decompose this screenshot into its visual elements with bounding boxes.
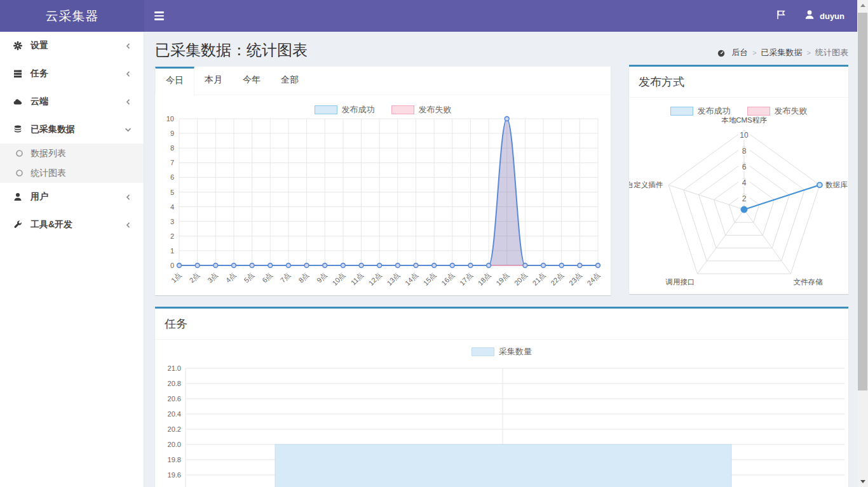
tasks-bar-chart: 21.020.820.620.420.220.019.819.619.4 — [155, 357, 848, 487]
svg-text:21点: 21点 — [531, 271, 547, 286]
tab-今年[interactable]: 今年 — [233, 67, 271, 95]
user-icon — [13, 192, 23, 201]
svg-text:7点: 7点 — [279, 271, 292, 284]
sidebar-submenu: 数据列表统计图表 — [0, 143, 144, 183]
svg-text:7: 7 — [170, 159, 174, 166]
sidebar-item-5[interactable]: 工具&开发 — [0, 211, 144, 239]
svg-text:16点: 16点 — [440, 271, 456, 286]
svg-text:14点: 14点 — [403, 271, 419, 286]
bar-chart-legend: 采集数量 — [155, 346, 848, 357]
legend-swatch — [471, 347, 494, 356]
user-avatar-icon — [804, 11, 815, 22]
sidebar: 设置任务云端已采集数据数据列表统计图表用户工具&开发 — [0, 32, 144, 487]
svg-text:20.0: 20.0 — [168, 441, 181, 448]
svg-text:调用接口: 调用接口 — [665, 278, 695, 286]
svg-text:12点: 12点 — [367, 271, 383, 286]
sidebar-item-0[interactable]: 设置 — [0, 32, 144, 60]
legend-item[interactable]: 发布失败 — [391, 104, 452, 116]
angle-left-icon — [125, 70, 132, 78]
legend-item[interactable]: 发布成功 — [670, 105, 731, 117]
svg-text:20.2: 20.2 — [168, 425, 181, 433]
svg-text:4: 4 — [742, 178, 747, 187]
tab-今日[interactable]: 今日 — [155, 67, 194, 95]
svg-text:10: 10 — [166, 116, 174, 123]
tab-row: 今日本月今年全部 — [155, 67, 611, 95]
scroll-up-icon[interactable] — [857, 0, 868, 11]
svg-text:4: 4 — [170, 203, 174, 211]
svg-text:2点: 2点 — [187, 271, 201, 284]
sidebar-item-label: 工具&开发 — [31, 219, 125, 230]
sidebar-item-4[interactable]: 用户 — [0, 183, 144, 211]
angle-left-icon — [125, 221, 132, 229]
svg-text:9: 9 — [170, 130, 174, 137]
sidebar-item-label: 用户 — [31, 191, 125, 203]
legend-item[interactable]: 发布成功 — [315, 104, 375, 116]
scroll-down-icon[interactable] — [857, 476, 868, 487]
svg-text:1: 1 — [170, 247, 174, 255]
legend-label: 发布失败 — [775, 105, 808, 117]
sidebar-subitem-0[interactable]: 数据列表 — [0, 143, 144, 163]
flag-icon[interactable] — [776, 0, 787, 32]
circle-o-icon — [15, 169, 24, 177]
breadcrumb-item-0[interactable]: 后台 — [731, 47, 748, 58]
svg-text:3: 3 — [170, 218, 174, 225]
legend-item[interactable]: 采集数量 — [471, 346, 532, 357]
line-chart-legend: 发布成功发布失败 — [155, 104, 611, 116]
tasks-panel: 任务 采集数量 21.020.820.620.420.220.019.819.6… — [155, 307, 848, 487]
legend-swatch — [315, 105, 337, 114]
angle-down-icon — [124, 126, 132, 134]
sidebar-subitem-1[interactable]: 统计图表 — [0, 163, 144, 183]
svg-text:4点: 4点 — [224, 271, 238, 284]
app-logo[interactable]: 云采集器 — [0, 0, 144, 32]
wrench-icon — [13, 220, 23, 229]
svg-text:20.4: 20.4 — [168, 410, 181, 418]
radar-legend: 发布成功发布失败 — [629, 105, 848, 117]
svg-text:2: 2 — [170, 232, 174, 240]
svg-text:6: 6 — [170, 173, 174, 181]
sidebar-item-3[interactable]: 已采集数据 — [0, 116, 144, 143]
angle-left-icon — [125, 193, 132, 201]
angle-left-icon — [125, 98, 132, 106]
sidebar-item-2[interactable]: 云端 — [0, 88, 144, 116]
svg-text:11点: 11点 — [349, 271, 365, 286]
svg-text:10: 10 — [740, 131, 749, 140]
username: duyun — [820, 11, 844, 21]
vertical-scrollbar[interactable] — [857, 0, 868, 487]
main-content: 已采集数据：统计图表 后台>已采集数据>统计图表 今日本月今年全部 发布成功发布… — [144, 32, 857, 487]
svg-text:13点: 13点 — [385, 271, 401, 286]
legend-swatch — [670, 107, 693, 116]
svg-text:6: 6 — [742, 163, 747, 171]
svg-text:5点: 5点 — [242, 271, 255, 284]
sidebar-item-1[interactable]: 任务 — [0, 60, 144, 88]
top-navbar: 云采集器 duyun — [0, 0, 857, 32]
svg-text:1点: 1点 — [170, 271, 183, 284]
svg-text:2: 2 — [742, 194, 747, 203]
svg-text:20.8: 20.8 — [168, 380, 181, 387]
svg-text:23点: 23点 — [567, 271, 583, 286]
tasks-icon — [13, 69, 23, 78]
tab-全部[interactable]: 全部 — [271, 67, 309, 95]
angle-left-icon — [125, 42, 132, 50]
sidebar-toggle-button[interactable] — [154, 10, 167, 22]
breadcrumb-item-2: 统计图表 — [815, 47, 848, 58]
legend-swatch — [391, 105, 414, 114]
svg-text:8: 8 — [170, 144, 174, 152]
svg-text:22点: 22点 — [549, 271, 565, 286]
svg-text:本地CMS程序: 本地CMS程序 — [721, 117, 767, 124]
tab-本月[interactable]: 本月 — [194, 67, 233, 95]
sidebar-item-label: 已采集数据 — [31, 124, 124, 135]
svg-text:文件存储: 文件存储 — [793, 278, 823, 286]
database-icon — [13, 125, 23, 134]
page-title: 已采集数据：统计图表 — [155, 40, 308, 60]
svg-text:6点: 6点 — [261, 271, 274, 284]
breadcrumb-item-1[interactable]: 已采集数据 — [761, 47, 803, 58]
scrollbar-thumb[interactable] — [858, 13, 867, 390]
legend-item[interactable]: 发布失败 — [747, 105, 808, 117]
publish-method-radar-chart: 246810本地CMS程序数据库文件存储调用接口自定义插件 — [629, 117, 848, 290]
panel-title: 任务 — [155, 309, 848, 340]
user-menu[interactable]: duyun — [804, 0, 844, 32]
sidebar-item-label: 云端 — [31, 96, 125, 107]
svg-text:19.8: 19.8 — [168, 456, 181, 464]
svg-text:20点: 20点 — [513, 271, 529, 286]
svg-text:5: 5 — [170, 189, 174, 196]
